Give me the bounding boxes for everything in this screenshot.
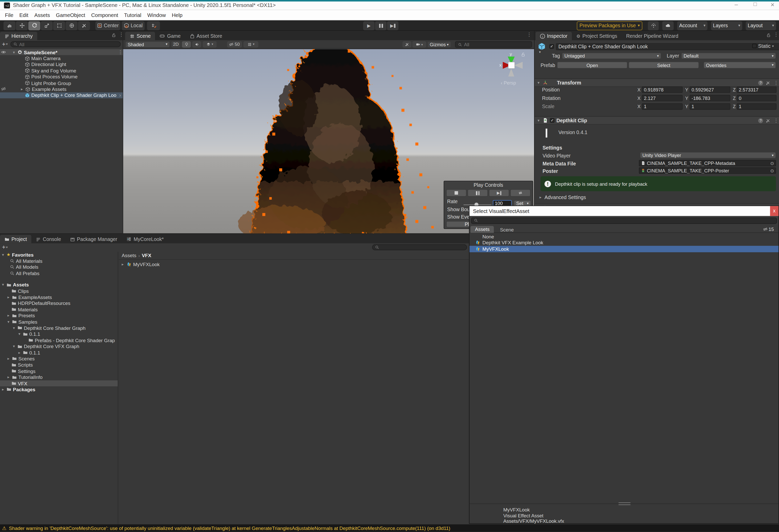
tab-scene[interactable]: Scene [125,32,155,40]
step-button[interactable]: ▶ [387,21,398,30]
prefab-overrides-dropdown[interactable]: Overrides ▾ [704,62,776,69]
title-bar[interactable]: ◅ Shader Graph + VFX Tutorial - SampleSc… [0,0,779,10]
tab-console[interactable]: Console [32,235,66,243]
lock-icon[interactable] [111,33,116,38]
hierarchy-row[interactable]: ▸ Example Assets [0,86,123,92]
scene-search-input[interactable] [464,42,529,47]
preview-packages-button[interactable]: Preview Packages in Use ▾ [577,21,642,30]
audio-toggle-button[interactable] [192,41,201,47]
expander-icon[interactable]: ▾ [12,344,16,349]
transform-tool-button[interactable] [66,21,77,30]
expander-icon[interactable]: ▸ [1,387,5,392]
grid-snap-button[interactable] [147,21,160,30]
maximize-button[interactable]: □ [748,1,762,9]
step-button[interactable]: ▶ [489,189,509,197]
tree-row-packages[interactable]: ▸Packages [0,386,118,393]
kebab-icon[interactable]: ⋮ [774,80,778,85]
popup-close-button[interactable]: x [770,206,778,216]
tab-hierarchy[interactable]: Hierarchy [0,32,37,40]
drag-handle[interactable] [619,503,631,505]
expander-icon[interactable]: ▸ [121,262,125,266]
video-player-dropdown[interactable]: Unity Video Player ▾ [640,152,776,158]
close-button[interactable]: × [766,1,779,9]
favorite-item[interactable]: All Models [0,264,118,270]
tag-dropdown[interactable]: Untagged ▾ [562,53,661,59]
expander-icon[interactable]: ▾ [17,332,21,336]
expander-icon[interactable]: ▾ [537,118,540,123]
gizmos-dropdown[interactable]: Gizmos ▾ [427,41,451,48]
account-dropdown[interactable]: Account ▾ [677,21,708,30]
kebab-icon[interactable]: ⋮ [774,32,778,37]
play-button[interactable]: ▶ [363,21,374,30]
menu-component[interactable]: Component [88,12,121,18]
expander-icon[interactable]: ▸ [6,375,10,380]
menu-tutorial[interactable]: Tutorial [121,12,144,18]
position-y-input[interactable] [690,86,730,92]
hierarchy-row[interactable]: Post Process Volume [0,74,123,80]
expander-icon[interactable]: ▾ [1,282,5,287]
create-menu-button[interactable]: + ▾ [2,41,8,48]
hierarchy-row[interactable]: Light Probe Group [0,80,123,86]
hierarchy-row[interactable]: Sky and Fog Volume [0,68,123,74]
presets-icon[interactable] [766,80,771,85]
hierarchy-search-field[interactable] [10,41,121,47]
scene-visibility-button[interactable]: 50 [227,41,242,47]
tree-row[interactable]: ▾Depthkit Core VFX Graph [0,343,118,350]
hierarchy-row-selected[interactable]: Depthkit Clip + Core Shader Graph Loo › [0,92,123,98]
eye-icon[interactable] [1,50,6,55]
menu-edit[interactable]: Edit [16,12,32,18]
tree-row[interactable]: Materials [0,307,118,313]
static-toggle-control[interactable]: Static ▾ [752,43,774,49]
gameobject-name-input[interactable] [556,43,779,50]
eye-slash-icon[interactable] [1,86,6,91]
scene-tools-button[interactable] [403,41,412,48]
orientation-toggle-button[interactable]: Local [122,21,145,30]
expander-icon[interactable]: ▾ [6,320,10,324]
scale-z-input[interactable] [737,103,777,110]
pause-button[interactable] [468,189,488,197]
popup-title-bar[interactable]: Select VisualEffectAsset x [470,206,778,216]
debugger-button[interactable] [648,21,659,30]
lock-icon[interactable] [766,33,771,38]
tab-package-manager[interactable]: Package Manager [66,235,122,243]
static-checkbox[interactable] [752,44,757,48]
tree-row[interactable]: ▾Samples [0,319,118,325]
prefab-nav-icon[interactable]: › [119,92,121,97]
rect-tool-button[interactable] [53,21,65,30]
menu-file[interactable]: File [2,12,16,18]
prefab-select-button[interactable]: Select [628,62,699,69]
kebab-icon[interactable]: ⋮ [118,49,123,55]
status-bar[interactable]: ⚠ Shader warning in 'DepthkitCoreMeshSou… [0,524,779,532]
poster-object-field[interactable]: CINEMA_SAMPLE_TAKE_CPP-Poster ⊙ [639,167,776,174]
expander-icon[interactable]: ▸ [6,295,10,299]
menu-gameobject[interactable]: GameObject [53,12,88,18]
expander-icon[interactable]: ▾ [12,326,16,330]
tree-row[interactable]: ▸Presets [0,313,118,319]
tree-row[interactable]: Prefabs - Depthkit Core Shader Grap [0,337,118,343]
popup-hidden-count[interactable]: 15 [763,226,774,232]
menu-window[interactable]: Window [144,12,169,18]
menu-help[interactable]: Help [169,12,186,18]
kebab-icon[interactable]: ⋮ [527,32,532,37]
favorite-item[interactable]: All Materials [0,258,118,264]
pivot-toggle-button[interactable]: Center [95,21,120,30]
shading-mode-dropdown[interactable]: Shaded ▾ [125,41,170,47]
tree-row[interactable]: HDRPDefaultResources [0,300,118,307]
project-search-input[interactable] [381,245,464,250]
breadcrumb-vfx[interactable]: VFX [142,253,152,258]
2d-toggle-button[interactable]: 2D [171,41,180,47]
popup-item-selected[interactable]: MyVFXLook [470,246,778,252]
scale-x-input[interactable] [642,103,682,110]
component-enabled-checkbox[interactable]: ✓ [550,118,554,123]
tree-row[interactable]: Clips [0,288,118,294]
hand-tool-button[interactable] [4,21,15,30]
popup-search-field[interactable] [471,217,777,224]
expander-icon[interactable]: ▸ [6,313,10,318]
object-picker-icon[interactable]: ⊙ [770,160,774,165]
create-menu-button[interactable]: + ▾ [2,244,8,251]
gizmo-lock-icon[interactable] [521,52,526,57]
rotate-tool-button[interactable] [28,21,40,30]
expander-icon[interactable]: ▾ [12,50,16,55]
favorites-row[interactable]: ▾★Favorites [0,252,118,258]
layout-dropdown[interactable]: Layout ▾ [745,21,776,30]
